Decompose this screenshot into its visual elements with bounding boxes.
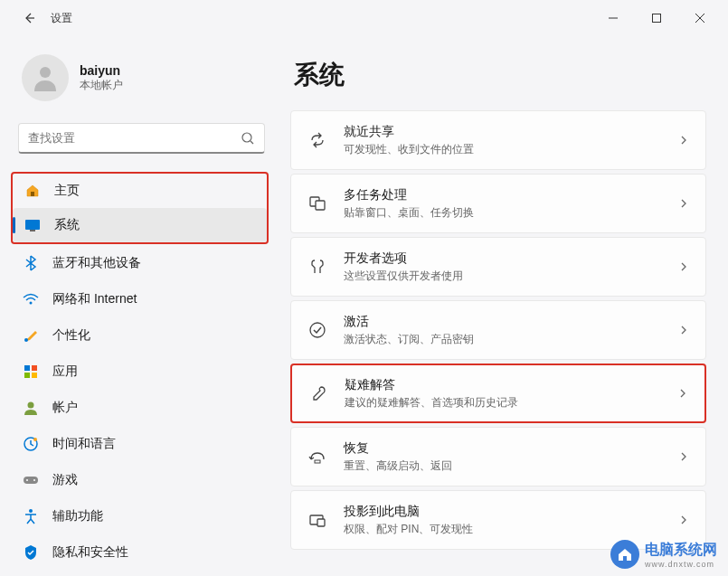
svg-rect-28 xyxy=(317,519,325,526)
sidebar-item-label: 个性化 xyxy=(52,327,90,344)
setting-desc: 可发现性、收到文件的位置 xyxy=(344,142,662,157)
chevron-right-icon xyxy=(678,261,689,272)
settings-item-activation[interactable]: 激活 激活状态、订阅、产品密钥 xyxy=(290,300,706,360)
sidebar-item-bluetooth[interactable]: 蓝牙和其他设备 xyxy=(11,246,269,280)
sidebar-item-personalization[interactable]: 个性化 xyxy=(11,318,269,353)
apps-icon xyxy=(22,363,40,381)
svg-rect-8 xyxy=(25,220,40,230)
close-icon xyxy=(695,14,704,23)
sidebar-item-label: 帐户 xyxy=(52,400,78,416)
sidebar-item-system[interactable]: 系统 xyxy=(13,208,267,242)
setting-title: 开发者选项 xyxy=(344,250,662,267)
multitask-icon xyxy=(307,194,327,213)
username: baiyun xyxy=(80,63,123,78)
nav-list: 主页 系统 蓝牙和其他设备 网络和 Internet 个性化 应用 帐户 时间和… xyxy=(11,172,272,570)
projection-icon xyxy=(307,510,327,530)
svg-point-4 xyxy=(40,67,51,78)
sidebar-item-label: 网络和 Internet xyxy=(52,291,137,307)
sidebar-item-label: 主页 xyxy=(54,183,80,199)
sidebar-item-label: 隐私和安全性 xyxy=(52,544,128,561)
system-icon xyxy=(24,216,42,234)
setting-title: 激活 xyxy=(344,314,662,330)
svg-rect-14 xyxy=(24,373,30,378)
setting-desc: 激活状态、订阅、产品密钥 xyxy=(344,332,662,347)
sidebar-item-accounts[interactable]: 帐户 xyxy=(11,391,269,425)
settings-item-recovery[interactable]: 恢复 重置、高级启动、返回 xyxy=(290,427,706,486)
svg-rect-24 xyxy=(316,201,325,210)
sidebar-item-home[interactable]: 主页 xyxy=(13,174,267,208)
watermark-name: 电脑系统网 xyxy=(645,541,717,560)
wifi-icon xyxy=(22,290,40,308)
setting-title: 投影到此电脑 xyxy=(344,504,662,520)
main-content: 系统 就近共享 可发现性、收到文件的位置 多任务处理 贴靠窗口、桌面、任务切换 … xyxy=(276,36,728,576)
account-type: 本地帐户 xyxy=(80,78,123,93)
svg-point-11 xyxy=(24,338,28,342)
sidebar-item-label: 系统 xyxy=(54,217,80,233)
developer-icon xyxy=(307,257,327,277)
sidebar-item-label: 时间和语言 xyxy=(52,436,116,452)
sidebar: baiyun 本地帐户 主页 系统 蓝牙和其他设备 网络和 Internet 个… xyxy=(0,36,276,576)
svg-point-18 xyxy=(33,438,37,441)
activation-icon xyxy=(307,320,327,340)
search-input[interactable] xyxy=(28,131,241,145)
maximize-button[interactable] xyxy=(636,4,677,33)
sidebar-item-label: 应用 xyxy=(52,364,78,380)
user-section[interactable]: baiyun 本地帐户 xyxy=(11,36,272,123)
settings-item-nearby[interactable]: 就近共享 可发现性、收到文件的位置 xyxy=(290,110,706,170)
chevron-right-icon xyxy=(678,325,689,335)
sidebar-item-network[interactable]: 网络和 Internet xyxy=(11,282,269,316)
person-icon xyxy=(29,61,61,94)
svg-point-20 xyxy=(26,479,28,481)
setting-title: 就近共享 xyxy=(344,124,662,140)
svg-point-21 xyxy=(33,479,35,481)
search-box[interactable] xyxy=(18,123,265,154)
troubleshoot-icon xyxy=(308,383,328,403)
search-icon xyxy=(241,131,255,146)
svg-rect-9 xyxy=(30,230,35,231)
watermark-url: www.dnxtw.com xyxy=(645,560,717,569)
watermark: 电脑系统网 www.dnxtw.com xyxy=(610,540,717,569)
settings-list: 就近共享 可发现性、收到文件的位置 多任务处理 贴靠窗口、桌面、任务切换 开发者… xyxy=(290,110,706,550)
watermark-logo-icon xyxy=(610,540,639,569)
gaming-icon xyxy=(22,471,40,489)
setting-desc: 贴靠窗口、桌面、任务切换 xyxy=(344,205,662,221)
home-icon xyxy=(24,182,42,200)
svg-rect-7 xyxy=(31,192,34,196)
settings-item-troubleshoot[interactable]: 疑难解答 建议的疑难解答、首选项和历史记录 xyxy=(290,364,706,423)
close-button[interactable] xyxy=(679,4,721,33)
svg-point-5 xyxy=(242,133,251,142)
sidebar-item-accessibility[interactable]: 辅助功能 xyxy=(11,499,269,534)
sidebar-item-label: 游戏 xyxy=(52,472,78,488)
titlebar: 设置 xyxy=(0,0,728,36)
svg-point-22 xyxy=(29,509,33,513)
avatar xyxy=(22,54,69,101)
svg-rect-1 xyxy=(653,14,661,23)
share-icon xyxy=(307,130,327,150)
svg-point-25 xyxy=(310,323,325,337)
arrow-left-icon xyxy=(22,11,36,25)
app-title: 设置 xyxy=(51,11,72,26)
svg-rect-19 xyxy=(24,477,38,484)
svg-line-6 xyxy=(251,141,253,144)
settings-item-multitask[interactable]: 多任务处理 贴靠窗口、桌面、任务切换 xyxy=(290,174,706,233)
bluetooth-icon xyxy=(22,254,40,272)
sidebar-item-label: 辅助功能 xyxy=(52,508,103,524)
setting-title: 恢复 xyxy=(344,440,662,457)
chevron-right-icon xyxy=(678,515,689,525)
svg-point-16 xyxy=(28,402,34,409)
sidebar-item-time[interactable]: 时间和语言 xyxy=(11,427,269,461)
sidebar-item-privacy[interactable]: 隐私和安全性 xyxy=(11,535,269,570)
back-button[interactable] xyxy=(18,7,40,29)
setting-desc: 权限、配对 PIN、可发现性 xyxy=(344,522,662,537)
svg-point-10 xyxy=(30,302,33,305)
setting-desc: 这些设置仅供开发者使用 xyxy=(344,269,662,284)
setting-title: 疑难解答 xyxy=(345,377,661,393)
brush-icon xyxy=(22,326,40,345)
svg-rect-26 xyxy=(315,460,320,463)
minimize-button[interactable] xyxy=(592,4,634,33)
settings-item-developer[interactable]: 开发者选项 这些设置仅供开发者使用 xyxy=(290,237,706,297)
minimize-icon xyxy=(609,14,618,23)
sidebar-item-gaming[interactable]: 游戏 xyxy=(11,463,269,497)
sidebar-item-apps[interactable]: 应用 xyxy=(11,354,269,389)
setting-title: 多任务处理 xyxy=(344,187,662,203)
